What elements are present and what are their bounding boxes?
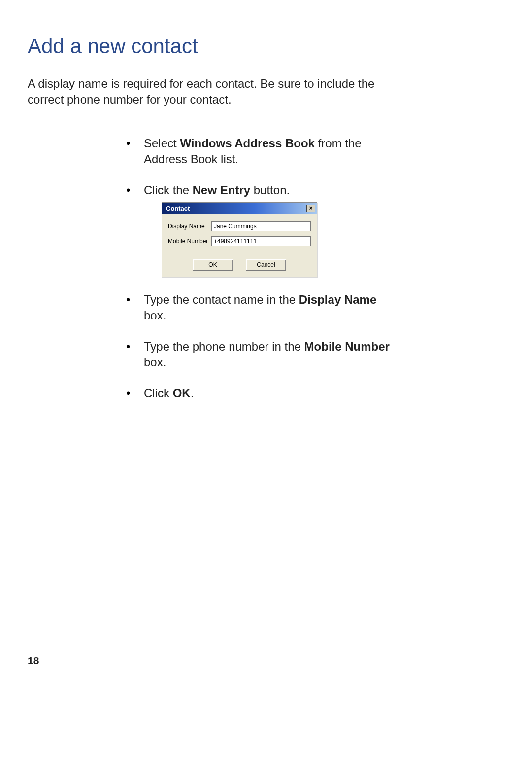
mobile-number-row: Mobile Number [168,236,311,246]
step-item: Type the contact name in the Display Nam… [126,292,402,324]
text: box. [144,355,166,369]
text: Click [144,387,173,400]
dialog-body: Display Name Mobile Number [162,214,317,255]
text: Type the phone number in the [144,340,304,353]
dialog-button-row: OK Cancel [162,255,317,277]
display-name-label: Display Name [168,222,211,230]
step-item: Click the New Entry button. Contact × Di… [126,182,402,277]
cancel-button[interactable]: Cancel [246,259,286,271]
text: button. [250,183,290,197]
close-button[interactable]: × [306,205,315,212]
text: box. [144,309,166,322]
ok-button[interactable]: OK [193,259,233,271]
mobile-number-input[interactable] [211,236,311,246]
text: Select [144,137,180,150]
bold-text: Display Name [299,293,376,306]
text: Type the contact name in the [144,293,299,306]
bold-text: New Entry [193,183,250,197]
page-number: 18 [28,655,39,667]
bold-text: Windows Address Book [180,137,315,150]
dialog-titlebar: Contact × [162,203,317,214]
step-item: Click OK. [126,386,402,401]
bold-text: Mobile Number [304,340,390,353]
dialog-title-text: Contact [166,204,190,213]
page-title: Add a new contact [28,35,504,58]
text: . [191,387,194,400]
steps-list: Select Windows Address Book from the Add… [126,136,402,401]
text: Click the [144,183,193,197]
contact-dialog: Contact × Display Name Mobile Number [162,202,317,277]
intro-paragraph: A display name is required for each cont… [28,76,412,108]
display-name-row: Display Name [168,221,311,231]
close-icon: × [309,205,312,212]
bold-text: OK [173,387,191,400]
display-name-input[interactable] [211,221,311,231]
step-item: Select Windows Address Book from the Add… [126,136,402,168]
mobile-number-label: Mobile Number [168,237,211,245]
step-item: Type the phone number in the Mobile Numb… [126,339,402,371]
